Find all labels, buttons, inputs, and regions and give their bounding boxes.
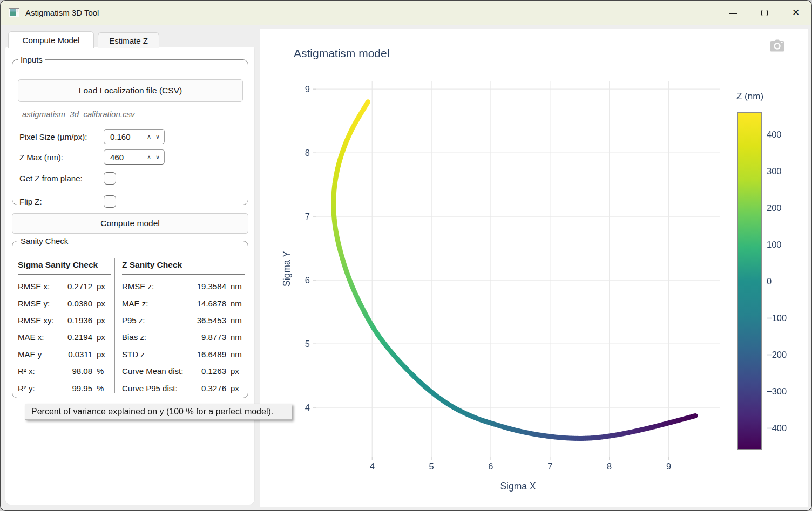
x-tick-label: 8 bbox=[607, 461, 612, 472]
flip-z-label: Flip Z: bbox=[19, 197, 104, 206]
z-max-spinner[interactable]: 460 ∧ ∨ bbox=[104, 149, 165, 165]
colorbar-tick-label: 300 bbox=[767, 166, 782, 176]
close-icon: ✕ bbox=[792, 8, 800, 17]
y-tick-label: 8 bbox=[260, 147, 310, 158]
x-tick-label: 5 bbox=[429, 461, 434, 472]
sanity-row: P95 z:36.5453nm bbox=[122, 312, 245, 329]
tab-estimate-z[interactable]: Estimate Z bbox=[98, 32, 159, 48]
pixel-size-value[interactable]: 0.160 bbox=[104, 132, 147, 141]
window-title: Astigmatism 3D Tool bbox=[25, 8, 99, 17]
sanity-row: RMSE z:19.3584nm bbox=[122, 278, 245, 295]
sanity-row: STD z16.6489nm bbox=[122, 346, 245, 363]
spin-down-icon[interactable]: ∨ bbox=[155, 134, 164, 140]
sanity-row-value: 0.0380 bbox=[50, 299, 97, 308]
spin-up-icon[interactable]: ∧ bbox=[147, 154, 155, 160]
minimize-button[interactable]: — bbox=[718, 1, 749, 25]
sanity-row: Curve P95 dist:0.3276px bbox=[122, 379, 245, 396]
sanity-row-label: MAE z: bbox=[122, 299, 148, 308]
loaded-filename: astigmatism_3d_calibration.csv bbox=[22, 110, 134, 119]
sanity-row-unit: % bbox=[97, 384, 111, 393]
sanity-row-unit: nm bbox=[231, 332, 245, 342]
sanity-row-unit: px bbox=[231, 366, 245, 376]
x-tick-label: 9 bbox=[666, 461, 671, 472]
sanity-row-unit: nm bbox=[231, 316, 245, 325]
camera-icon[interactable] bbox=[770, 39, 784, 54]
sanity-row-value: 36.5453 bbox=[145, 316, 231, 325]
z-max-row: Z Max (nm): 460 ∧ ∨ bbox=[19, 149, 242, 165]
compute-model-button[interactable]: Compute model bbox=[12, 213, 248, 234]
sanity-row-unit: px bbox=[97, 299, 111, 308]
maximize-button[interactable] bbox=[749, 1, 780, 25]
colorbar-tick-label: −100 bbox=[767, 312, 787, 323]
sanity-row: Curve Mean dist:0.1263px bbox=[122, 363, 245, 379]
sanity-row-value: 98.08 bbox=[35, 366, 97, 376]
colorbar-tick-label: −400 bbox=[767, 423, 787, 433]
colorbar-tick-label: 0 bbox=[767, 276, 772, 287]
sanity-row-label: RMSE z: bbox=[122, 282, 154, 291]
sanity-row-label: R² x: bbox=[18, 366, 35, 376]
spin-up-icon[interactable]: ∧ bbox=[147, 134, 155, 140]
sanity-row-unit: % bbox=[97, 366, 111, 376]
sanity-row-value: 14.6878 bbox=[148, 299, 231, 308]
colorbar-tick-label: 400 bbox=[767, 129, 782, 140]
sanity-row-label: RMSE y: bbox=[18, 299, 50, 308]
sanity-row-unit: px bbox=[97, 350, 111, 359]
load-csv-button[interactable]: Load Localization file (CSV) bbox=[18, 79, 243, 102]
sanity-row-value: 19.3584 bbox=[154, 282, 231, 291]
sanity-check-group: Sanity Check Sigma Sanity Check RMSE x:0… bbox=[12, 236, 248, 398]
z-sanity-rows: RMSE z:19.3584nmMAE z:14.6878nmP95 z:36.… bbox=[122, 278, 245, 397]
sanity-row-label: P95 z: bbox=[122, 316, 145, 325]
y-tick-label: 5 bbox=[260, 338, 310, 349]
sanity-row-value: 0.2712 bbox=[50, 282, 97, 291]
maximize-icon bbox=[761, 10, 768, 16]
r2y-tooltip: Percent of variance explained on y (100 … bbox=[25, 404, 292, 420]
sanity-row-label: RMSE x: bbox=[18, 282, 50, 291]
sanity-row-value: 0.1936 bbox=[54, 316, 97, 325]
sanity-row-unit: nm bbox=[231, 350, 245, 359]
sanity-row-unit: px bbox=[97, 332, 111, 342]
sanity-row-unit: px bbox=[231, 384, 245, 393]
inputs-legend: Inputs bbox=[18, 55, 45, 64]
sanity-row-label: RMSE xy: bbox=[18, 316, 54, 325]
x-tick-label: 4 bbox=[370, 461, 375, 472]
get-z-from-plane-label: Get Z from plane: bbox=[19, 174, 104, 183]
app-window: Astigmatism 3D Tool — ✕ Compute Model Es… bbox=[0, 0, 812, 511]
sanity-legend: Sanity Check bbox=[18, 236, 71, 246]
sanity-columns: Sigma Sanity Check RMSE x:0.2712pxRMSE y… bbox=[18, 258, 245, 393]
x-tick-label: 6 bbox=[488, 461, 493, 472]
z-sanity-header: Z Sanity Check bbox=[122, 258, 245, 275]
sanity-row-unit: nm bbox=[231, 299, 245, 308]
z-max-value[interactable]: 460 bbox=[104, 153, 147, 162]
pixel-size-label: Pixel Size (µm/px): bbox=[19, 132, 104, 141]
sanity-row-label: MAE y bbox=[18, 350, 42, 359]
minimize-icon: — bbox=[729, 9, 737, 17]
y-axis-title: Sigma Y bbox=[281, 81, 294, 457]
sanity-row: RMSE x:0.2712px bbox=[18, 278, 111, 295]
sanity-row-label: Bias z: bbox=[122, 332, 146, 342]
plot-canvas[interactable] bbox=[260, 29, 808, 507]
sanity-row-label: R² y: bbox=[18, 384, 35, 393]
colorbar bbox=[737, 112, 762, 450]
sanity-row-value: 0.3276 bbox=[178, 384, 231, 393]
titlebar[interactable]: Astigmatism 3D Tool — ✕ bbox=[1, 1, 811, 25]
window-controls: — ✕ bbox=[718, 1, 811, 25]
sanity-row: MAE x:0.2194px bbox=[18, 329, 111, 345]
get-z-from-plane-checkbox[interactable] bbox=[104, 172, 116, 185]
x-tick-label: 7 bbox=[547, 461, 552, 472]
sanity-row-value: 0.1263 bbox=[183, 366, 231, 376]
sanity-row-label: MAE x: bbox=[18, 332, 44, 342]
tab-compute-model[interactable]: Compute Model bbox=[8, 31, 94, 48]
colorbar-title: Z (nm) bbox=[736, 91, 763, 102]
sanity-row: RMSE xy:0.1936px bbox=[18, 312, 111, 329]
app-icon bbox=[9, 8, 19, 17]
sanity-row-unit: px bbox=[97, 282, 111, 291]
sanity-row-unit: nm bbox=[231, 282, 245, 291]
spin-down-icon[interactable]: ∨ bbox=[155, 154, 164, 160]
colorbar-tick-label: 100 bbox=[767, 239, 782, 250]
z-sanity-column: Z Sanity Check RMSE z:19.3584nmMAE z:14.… bbox=[114, 258, 245, 393]
sanity-row-label: Curve P95 dist: bbox=[122, 384, 178, 393]
close-button[interactable]: ✕ bbox=[780, 1, 811, 25]
flip-z-checkbox[interactable] bbox=[104, 195, 116, 208]
sanity-row: R² y:99.95% bbox=[18, 379, 111, 396]
pixel-size-spinner[interactable]: 0.160 ∧ ∨ bbox=[104, 129, 165, 144]
